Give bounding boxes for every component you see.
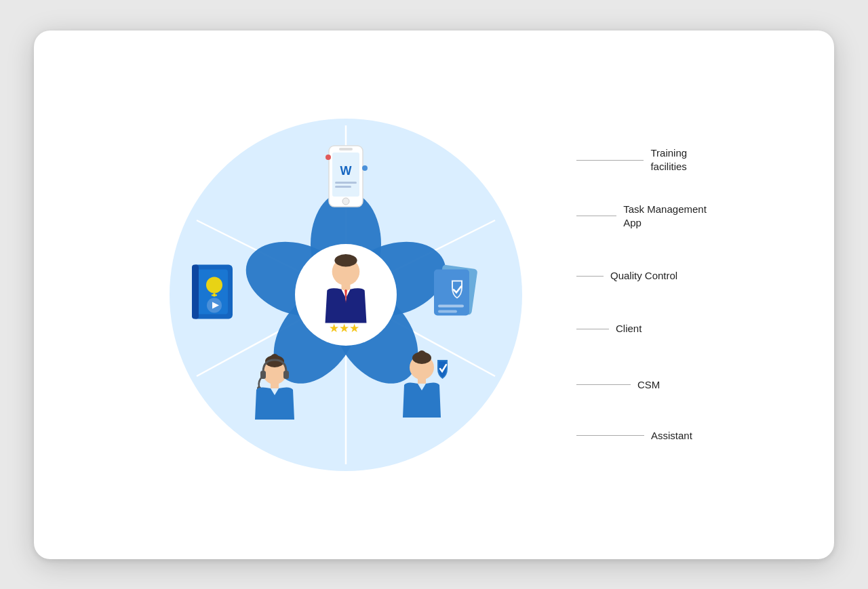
diagram-container: W xyxy=(129,64,739,525)
book-icon-wrap xyxy=(189,261,243,328)
content-area: W xyxy=(34,31,834,559)
device-frame: W xyxy=(34,31,834,559)
label-line-1 xyxy=(576,160,644,161)
label-quality-control: Quality Control xyxy=(576,269,726,283)
svg-rect-17 xyxy=(335,186,351,188)
labels-container: Training facilities Task Management App … xyxy=(576,64,726,525)
label-text-training: Training facilities xyxy=(650,146,726,174)
svg-rect-14 xyxy=(339,148,353,150)
label-text-client: Client xyxy=(616,322,642,336)
svg-point-24 xyxy=(206,277,222,293)
svg-rect-31 xyxy=(438,304,464,307)
label-text-quality: Quality Control xyxy=(610,269,677,283)
svg-rect-32 xyxy=(438,310,457,312)
label-line-3 xyxy=(576,276,604,277)
label-text-task: Task Management App xyxy=(623,203,726,230)
svg-point-20 xyxy=(362,165,368,171)
svg-text:W: W xyxy=(340,164,352,178)
label-line-5 xyxy=(576,384,631,385)
center-person: ★★★ xyxy=(305,254,387,336)
svg-point-19 xyxy=(326,155,331,160)
svg-rect-23 xyxy=(192,264,199,319)
svg-text:★★★: ★★★ xyxy=(329,322,359,335)
shield-person-svg xyxy=(393,350,458,421)
book-icon xyxy=(189,261,243,325)
svg-rect-16 xyxy=(335,182,357,184)
doc-icon-wrap xyxy=(427,261,485,328)
shield-person-wrap xyxy=(393,350,458,424)
label-assistant: Assistant xyxy=(576,429,726,443)
label-line-4 xyxy=(576,329,609,329)
svg-rect-41 xyxy=(283,371,289,379)
svg-rect-47 xyxy=(418,378,426,384)
phone-icon-wrap: W xyxy=(319,142,373,220)
label-training-facilities: Training facilities xyxy=(576,146,726,174)
circle-diagram: W xyxy=(170,119,522,471)
support-person-svg xyxy=(244,353,305,421)
center-person-svg: ★★★ xyxy=(309,254,383,336)
document-icon xyxy=(427,261,485,325)
svg-rect-43 xyxy=(271,383,279,388)
svg-rect-30 xyxy=(434,269,469,315)
label-csm: CSM xyxy=(576,378,726,392)
label-client: Client xyxy=(576,322,726,336)
label-line-2 xyxy=(576,216,616,216)
label-task-management: Task Management App xyxy=(576,203,726,230)
phone-icon: W xyxy=(319,142,373,217)
label-text-csm: CSM xyxy=(637,378,660,392)
label-line-6 xyxy=(576,435,644,436)
svg-point-46 xyxy=(418,350,426,359)
svg-point-34 xyxy=(334,254,357,266)
support-person-wrap xyxy=(244,353,305,424)
label-text-assistant: Assistant xyxy=(651,429,692,443)
svg-point-18 xyxy=(342,198,349,205)
